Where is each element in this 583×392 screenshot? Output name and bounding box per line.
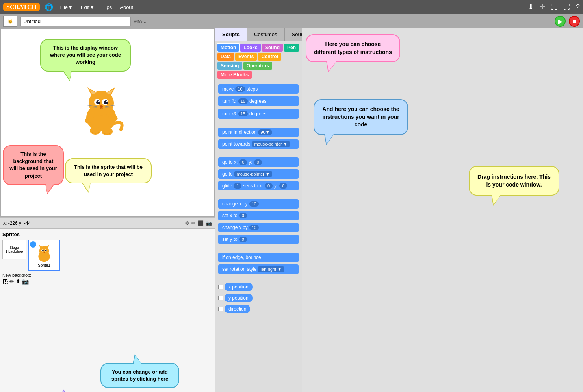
block-set-y[interactable]: set y to 0 — [218, 235, 299, 244]
svg-point-28 — [45, 250, 47, 251]
category-events[interactable]: Events — [235, 53, 257, 61]
sprite-info-button[interactable]: i — [30, 241, 36, 248]
stage-item[interactable]: Stage 1 backdrop — [2, 240, 26, 259]
svg-point-11 — [106, 101, 108, 102]
block-change-x[interactable]: change x by 10 — [218, 199, 299, 209]
block-x-position[interactable]: x position — [225, 283, 253, 291]
block-direction[interactable]: direction — [225, 305, 250, 313]
block-x-position-checkbox[interactable] — [218, 285, 223, 289]
block-set-x[interactable]: set x to 0 — [218, 211, 299, 220]
about-menu[interactable]: About — [118, 4, 135, 11]
project-title-input[interactable] — [20, 17, 131, 26]
block-turn-cw-val: 15 — [238, 98, 248, 104]
backdrop-camera-icon[interactable]: 📷 — [22, 278, 29, 285]
block-point-direction[interactable]: point in direction 90▼ — [218, 128, 299, 137]
sprites-panel-title: Sprites — [2, 231, 213, 237]
pencil-icon[interactable]: ✏ — [191, 220, 195, 226]
svg-point-10 — [98, 101, 100, 102]
tabs-bar: Scripts Costumes Sounds — [215, 28, 302, 41]
blocks-and-code: Scripts Costumes Sounds Motion Looks Sou… — [215, 28, 583, 392]
block-move[interactable]: move 10 steps — [218, 84, 299, 94]
category-data[interactable]: Data — [217, 53, 234, 61]
block-towards-val: mouse-pointer ▼ — [252, 141, 290, 147]
scratch-logo: SCRATCH — [3, 3, 40, 11]
svg-point-8 — [96, 100, 100, 104]
titlebar: 🐱 v459.1 ▶ ■ — [0, 14, 583, 28]
block-direction-checkbox[interactable] — [218, 307, 223, 311]
help-icon[interactable]: ? — [576, 3, 580, 11]
block-turn-ccw[interactable]: turn ↺ 15 degrees — [218, 109, 299, 119]
backdrop-icons: 🖼 ✏ ⬆ 📷 — [2, 278, 213, 285]
category-control[interactable]: Control — [258, 53, 281, 61]
stage-item-label: Stage — [9, 246, 19, 250]
tab-scripts[interactable]: Scripts — [215, 28, 247, 41]
globe-icon[interactable]: 🌐 — [45, 3, 53, 11]
tab-costumes[interactable]: Costumes — [247, 28, 285, 41]
red-stop-button[interactable]: ■ — [569, 16, 580, 27]
bubble-drag-here: Drag instructions here. This is your cod… — [469, 166, 559, 196]
svg-point-9 — [104, 100, 108, 104]
download-icon[interactable]: ⬇ — [528, 3, 534, 11]
coords-bar: x: -226 y: -44 ✜ ✏ ⬛ 📷 — [0, 217, 215, 228]
coordinates: x: -226 y: -44 — [3, 220, 31, 226]
left-panel: This is the display window where you wil… — [0, 28, 215, 392]
block-direction-row: direction — [218, 305, 299, 313]
block-move-steps-val: 10 — [235, 86, 245, 92]
cat-sprite — [78, 84, 125, 137]
bubble-code-instructions: And here you can choose the instructions… — [314, 99, 408, 135]
new-backdrop-label: New backdrop: — [2, 273, 213, 277]
block-goto-target[interactable]: go to mouse-pointer ▼ — [218, 169, 299, 179]
fullscreen-icon[interactable]: ⛶ — [551, 3, 558, 11]
bubble-display-window: This is the display window where you wil… — [40, 39, 131, 72]
green-flag-button[interactable]: ▶ — [555, 16, 566, 27]
main-area: This is the display window where you wil… — [0, 28, 583, 392]
block-glide[interactable]: glide 1 secs to x: 0 y: 0 — [218, 181, 299, 190]
category-sound[interactable]: Sound — [262, 44, 283, 52]
category-pen[interactable]: Pen — [284, 44, 299, 52]
svg-point-12 — [100, 105, 103, 108]
svg-point-27 — [42, 250, 44, 251]
block-y-position-checkbox[interactable] — [218, 296, 223, 300]
block-point-towards[interactable]: point towards mouse-pointer ▼ — [218, 139, 299, 149]
block-y-position[interactable]: y position — [225, 294, 253, 302]
file-menu[interactable]: File▼ — [58, 4, 74, 11]
camera-icon[interactable]: 📷 — [206, 220, 212, 226]
stage-area: This is the display window where you wil… — [0, 28, 215, 217]
bubble-background: This is the background that will be used… — [3, 145, 64, 185]
block-y-position-row: y position — [218, 294, 299, 302]
blocks-panel: Scripts Costumes Sounds Motion Looks Sou… — [215, 28, 302, 392]
bubble-sprite: This is the sprite that will be used in … — [65, 158, 152, 183]
share-icon[interactable]: ✛ — [539, 3, 545, 11]
bubble-add-sprites: You can change or add sprites by clickin… — [100, 363, 179, 388]
backdrop-count: 1 backdrop — [6, 250, 23, 253]
tips-menu[interactable]: Tips — [101, 4, 113, 11]
category-motion[interactable]: Motion — [217, 44, 239, 52]
category-more-blocks[interactable]: More Blocks — [217, 71, 252, 79]
backdrop-paint-icon[interactable]: 🖼 — [2, 278, 8, 285]
block-rotation-style[interactable]: set rotation style left-right ▼ — [218, 264, 299, 274]
sprites-list: i S — [28, 240, 60, 271]
stage-thumbnail: 🐱 — [3, 16, 17, 27]
category-sensing[interactable]: Sensing — [217, 62, 242, 70]
code-area: Here you can choose different types of i… — [302, 28, 583, 392]
bubble-categories: Here you can choose different types of i… — [306, 34, 400, 62]
backdrop-pencil-icon[interactable]: ✏ — [9, 278, 14, 285]
block-turn-cw[interactable]: turn ↻ 15 degrees — [218, 96, 299, 106]
cursor-icon[interactable]: ✜ — [185, 220, 189, 226]
sprites-stage-area: Stage 1 backdrop i — [2, 240, 213, 271]
fill-icon[interactable]: ⬛ — [198, 220, 204, 226]
toolbar-icons: ⬇ ✛ ⛶ ⛶ ? — [528, 3, 580, 11]
block-x-position-row: x position — [218, 283, 299, 291]
resize-icon[interactable]: ⛶ — [563, 3, 570, 11]
edit-menu[interactable]: Edit▼ — [79, 4, 96, 11]
category-operators[interactable]: Operators — [243, 62, 272, 70]
category-looks[interactable]: Looks — [240, 44, 260, 52]
block-goto-xy[interactable]: go to x: 0 y: 0 — [218, 157, 299, 167]
svg-point-29 — [43, 251, 45, 252]
block-change-y[interactable]: change y by 10 — [218, 223, 299, 232]
new-backdrop-section: New backdrop: 🖼 ✏ ⬆ 📷 — [2, 273, 213, 285]
sprite-item[interactable]: i S — [28, 240, 60, 271]
backdrop-upload-icon[interactable]: ⬆ — [16, 278, 20, 285]
block-bounce[interactable]: if on edge, bounce — [218, 253, 299, 262]
sprites-panel: Sprites Stage 1 backdrop i — [0, 228, 215, 392]
